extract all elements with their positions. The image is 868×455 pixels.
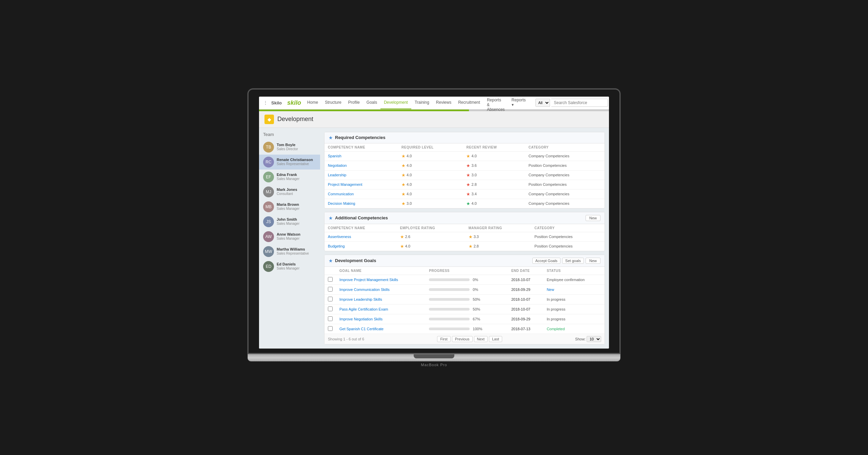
goal-name-link[interactable]: Improve Communication Skills	[339, 288, 390, 292]
goal-checkbox[interactable]	[328, 306, 333, 311]
table-row: Negotiation ★ 4.0 ★ 3.6 Position Compete…	[324, 161, 605, 170]
member-name-1: Renate Christianson	[277, 158, 316, 162]
avatar-edna: EF	[263, 172, 274, 182]
table-row: Spanish ★ 4.0 ★ 4.0 Company Competencies	[324, 151, 605, 161]
sidebar-item-martha[interactable]: MW Martha Williams Sales Representative	[259, 244, 320, 259]
member-role-8: Sales Manager	[277, 266, 316, 271]
nav-structure[interactable]: Structure	[321, 96, 345, 109]
ac-name-link[interactable]: Assertiveness	[328, 235, 351, 239]
nav-home[interactable]: Home	[304, 96, 321, 109]
rc-category: Company Competencies	[529, 201, 569, 205]
ac-col-manager: MANAGER RATING	[465, 224, 531, 232]
pagination-buttons: First Previous Next Last	[437, 336, 502, 342]
additional-new-button[interactable]: New	[586, 215, 600, 221]
pagination-previous[interactable]: Previous	[452, 336, 473, 342]
rc-name-link[interactable]: Spanish	[328, 154, 341, 158]
search-bar: All	[535, 99, 608, 107]
review-star-icon: ★	[466, 182, 470, 187]
goal-status: New	[547, 288, 554, 292]
rc-name-link[interactable]: Communication	[328, 192, 354, 196]
goal-name-link[interactable]: Get Spanish C1 Certificate	[339, 327, 383, 331]
sidebar-item-maria[interactable]: MB Maria Brown Sales Manager	[259, 199, 320, 214]
sidebar-item-mark[interactable]: MJ Mark Jones Consultant	[259, 184, 320, 199]
show-count-select[interactable]: 10 25 50	[587, 336, 601, 342]
ac-col-name: COMPETENCY NAME	[324, 224, 397, 232]
sidebar-item-john[interactable]: JS John Smith Sales Manager	[259, 214, 320, 229]
progress-pct: 0%	[473, 288, 478, 292]
pagination-last[interactable]: Last	[489, 336, 502, 342]
rc-col-review: RECENT REVIEW	[463, 143, 525, 152]
set-goals-button[interactable]: Set goals	[562, 258, 584, 264]
nav-goals[interactable]: Goals	[363, 96, 380, 109]
required-competencies-header: ★ Required Competencies	[324, 132, 605, 143]
sidebar-item-anne[interactable]: AW Anne Watson Sales Manager	[259, 229, 320, 244]
goal-name-link[interactable]: Improve Project Management Skills	[339, 278, 398, 282]
ac-name-link[interactable]: Budgeting	[328, 244, 345, 248]
pagination-first[interactable]: First	[437, 336, 450, 342]
nav-reports[interactable]: Reports ▾	[508, 96, 529, 109]
development-goals-title: Development Goals	[335, 258, 376, 263]
goals-col-check	[324, 267, 336, 275]
nav-reviews[interactable]: Reviews	[433, 96, 455, 109]
search-scope-select[interactable]: All	[535, 99, 550, 107]
ac-col-category: CATEGORY	[531, 224, 605, 232]
goal-name-link[interactable]: Improve Negotiation Skills	[339, 317, 382, 321]
goal-status: In progress	[547, 317, 565, 321]
rc-name-link[interactable]: Negotiation	[328, 163, 347, 167]
sidebar-item-tom-boyle[interactable]: TB Tom Boyle Sales Director	[259, 140, 320, 155]
req-star-icon: ★	[401, 163, 406, 168]
goal-checkbox[interactable]	[328, 316, 333, 321]
mgr-star-icon: ★	[469, 244, 473, 249]
table-row: Assertiveness ★ 2.6 ★ 3.3 Position Compe…	[324, 232, 605, 241]
member-name-7: Martha Williams	[277, 247, 316, 252]
laptop-label: MacBook Pro	[248, 363, 620, 367]
search-input[interactable]	[551, 99, 608, 107]
req-star-icon: ★	[401, 154, 406, 159]
grid-icon[interactable]: ⋮	[263, 100, 268, 105]
table-row: Communication ★ 4.0 ★ 3.4 Company Compet…	[324, 189, 605, 199]
progress-pct: 0%	[473, 278, 478, 282]
pagination-info: Showing 1 - 6 out of 6	[328, 337, 364, 341]
required-competencies-title: Required Competencies	[335, 135, 386, 140]
goals-new-button[interactable]: New	[586, 258, 600, 264]
goal-checkbox[interactable]	[328, 277, 333, 282]
show-select: Show: 10 25 50	[575, 336, 601, 342]
goal-end-date: 2018-10-07	[511, 297, 530, 301]
goal-name-link[interactable]: Pass Agile Certification Exam	[339, 307, 388, 311]
additional-competencies-table: COMPETENCY NAME EMPLOYEE RATING MANAGER …	[324, 224, 605, 251]
nav-recruitment[interactable]: Recruitment	[455, 96, 484, 109]
required-star-icon: ★	[329, 135, 333, 140]
goals-col-name: GOAL NAME	[336, 267, 426, 275]
rc-name-link[interactable]: Project Management	[328, 182, 362, 186]
goal-checkbox[interactable]	[328, 287, 333, 292]
nav-time-reports[interactable]: Time Reports & Absences	[484, 96, 508, 109]
development-goals-table: GOAL NAME PROGRESS END DATE STATUS Impro…	[324, 267, 605, 334]
nav-training[interactable]: Training	[411, 96, 433, 109]
member-role-3: Consultant	[277, 192, 316, 196]
table-row: Improve Leadership Skills 50% 2018-10-07…	[324, 294, 605, 304]
sidebar-item-edna[interactable]: EF Edna Frank Sales Manager	[259, 170, 320, 184]
nav-development[interactable]: Development	[380, 96, 411, 109]
progress-pct: 50%	[473, 307, 480, 311]
avatar-tom-boyle: TB	[263, 142, 274, 153]
development-goals-section: ★ Development Goals Accept Goals Set goa…	[324, 255, 605, 344]
pagination-next[interactable]: Next	[474, 336, 488, 342]
goal-checkbox[interactable]	[328, 297, 333, 301]
rc-name-link[interactable]: Leadership	[328, 173, 346, 177]
main-content: Team TB Tom Boyle Sales Director RC Ren	[259, 128, 609, 349]
table-row: Improve Project Management Skills 0% 201…	[324, 275, 605, 284]
nav-profile[interactable]: Profile	[345, 96, 363, 109]
additional-competencies-header: ★ Additional Competencies New	[324, 212, 605, 224]
goal-checkbox[interactable]	[328, 326, 333, 331]
goal-name-link[interactable]: Improve Leadership Skills	[339, 297, 382, 301]
accept-goals-button[interactable]: Accept Goals	[532, 258, 560, 264]
rc-name-link[interactable]: Decision Making	[328, 201, 355, 205]
member-role-0: Sales Director	[277, 147, 316, 151]
member-name-3: Mark Jones	[277, 187, 316, 192]
sidebar-item-renate[interactable]: RC Renate Christianson Sales Representat…	[259, 155, 320, 170]
goal-end-date: 2018-10-07	[511, 307, 530, 311]
sidebar-item-ed[interactable]: ED Ed Daniels Sales Manager	[259, 259, 320, 274]
required-competencies-section: ★ Required Competencies COMPETENCY NAME …	[324, 132, 605, 209]
right-panel: ★ Required Competencies COMPETENCY NAME …	[320, 128, 609, 349]
logo: skilo	[287, 99, 301, 106]
